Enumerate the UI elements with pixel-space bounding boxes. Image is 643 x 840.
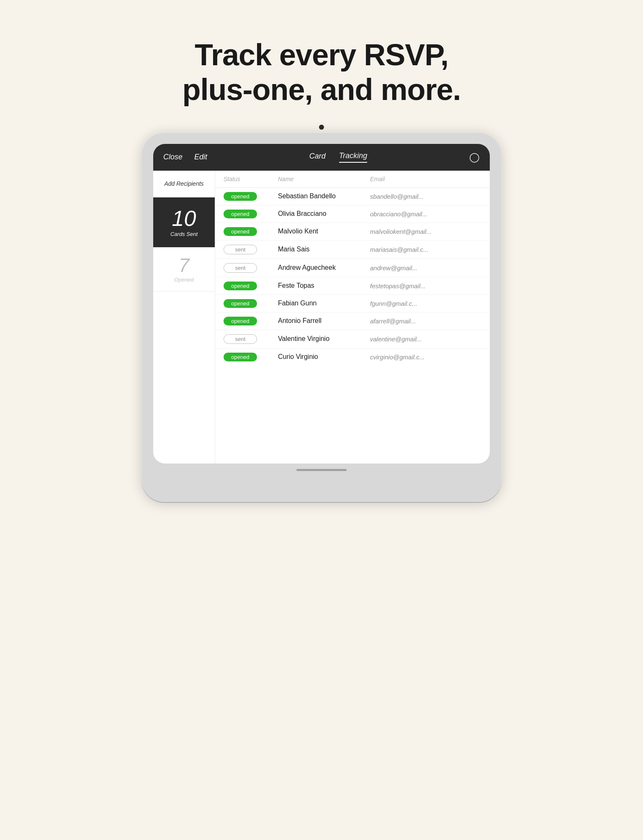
recipient-name: Antonio Farrell (278, 317, 370, 325)
header-status: Status (224, 176, 278, 182)
recipient-name: Curio Virginio (278, 353, 370, 361)
comment-icon[interactable]: ◯ (469, 152, 480, 163)
table-row[interactable]: opened Sebastian Bandello sbandello@gmai… (215, 188, 490, 205)
header-email: Email (370, 176, 481, 182)
recipient-email: malvoliokent@gmail... (370, 228, 481, 235)
cards-sent-block: 10 Cards Sent (153, 197, 215, 247)
nav-bar: Close Edit Card Tracking ◯ (153, 144, 490, 171)
tab-card[interactable]: Card (309, 152, 326, 162)
nav-tabs: Card Tracking (309, 151, 368, 163)
recipients-table: Status Name Email opened Sebastian Bande… (215, 171, 490, 464)
camera-notch (319, 125, 324, 130)
content-area: Add Recipients 10 Cards Sent 7 Opened St… (153, 171, 490, 464)
opened-number: 7 (179, 256, 190, 275)
recipient-name: Feste Topas (278, 282, 370, 289)
table-row[interactable]: sent Andrew Aguecheek andrew@gmail... (215, 259, 490, 277)
home-bar (153, 464, 490, 477)
home-bar-line (296, 469, 347, 471)
recipient-email: sbandello@gmail... (370, 193, 481, 200)
status-badge: opened (224, 282, 257, 290)
recipient-name: Valentine Virginio (278, 335, 370, 343)
table-row[interactable]: sent Valentine Virginio valentine@gmail.… (215, 330, 490, 348)
opened-block: 7 Opened (153, 247, 215, 292)
table-row[interactable]: opened Feste Topas festetopas@gmail... (215, 277, 490, 295)
tablet-device: Close Edit Card Tracking ◯ Add Recipient… (141, 132, 502, 502)
recipient-name: Fabian Gunn (278, 300, 370, 307)
status-badge: opened (224, 353, 257, 361)
status-badge: sent (224, 245, 257, 254)
header-name: Name (278, 176, 370, 182)
recipient-email: festetopas@gmail... (370, 282, 481, 289)
recipient-name: Malvolio Kent (278, 228, 370, 235)
recipient-email: cvirginio@gmail.c... (370, 353, 481, 361)
edit-button[interactable]: Edit (194, 153, 207, 161)
recipient-email: valentine@gmail... (370, 335, 481, 343)
cards-sent-number: 10 (172, 207, 196, 229)
status-badge: sent (224, 263, 257, 273)
page-headline: Track every RSVP, plus-one, and more. (182, 38, 460, 107)
status-badge: opened (224, 192, 257, 201)
tab-tracking[interactable]: Tracking (339, 151, 368, 163)
table-header: Status Name Email (215, 171, 490, 188)
opened-label: Opened (174, 277, 193, 283)
table-body: opened Sebastian Bandello sbandello@gmai… (215, 188, 490, 366)
recipient-name: Andrew Aguecheek (278, 264, 370, 271)
nav-left: Close Edit (163, 153, 207, 161)
recipient-name: Maria Sais (278, 246, 370, 253)
sidebar: Add Recipients 10 Cards Sent 7 Opened (153, 171, 215, 464)
close-button[interactable]: Close (163, 153, 183, 161)
table-row[interactable]: opened Curio Virginio cvirginio@gmail.c.… (215, 348, 490, 366)
table-row[interactable]: opened Antonio Farrell afarrell@gmail... (215, 312, 490, 330)
recipient-email: obracciano@gmail... (370, 210, 481, 218)
recipient-name: Sebastian Bandello (278, 192, 370, 200)
recipient-email: mariasais@gmail.c... (370, 246, 481, 253)
tablet-screen: Close Edit Card Tracking ◯ Add Recipient… (153, 144, 490, 464)
status-badge: opened (224, 317, 257, 325)
recipient-email: andrew@gmail... (370, 264, 481, 271)
status-badge: opened (224, 299, 257, 308)
status-badge: opened (224, 210, 257, 218)
status-badge: opened (224, 227, 257, 236)
table-row[interactable]: opened Olivia Bracciano obracciano@gmail… (215, 205, 490, 223)
recipient-name: Olivia Bracciano (278, 210, 370, 218)
table-row[interactable]: opened Malvolio Kent malvoliokent@gmail.… (215, 223, 490, 241)
recipient-email: fgunn@gmail.c... (370, 300, 481, 307)
recipient-email: afarrell@gmail... (370, 318, 481, 325)
cards-sent-label: Cards Sent (170, 231, 198, 237)
headline-line1: Track every RSVP, (195, 38, 448, 72)
table-row[interactable]: sent Maria Sais mariasais@gmail.c... (215, 241, 490, 259)
status-badge: sent (224, 334, 257, 344)
headline-line2: plus-one, and more. (182, 73, 460, 106)
table-row[interactable]: opened Fabian Gunn fgunn@gmail.c... (215, 295, 490, 312)
add-recipients-button[interactable]: Add Recipients (153, 171, 215, 197)
